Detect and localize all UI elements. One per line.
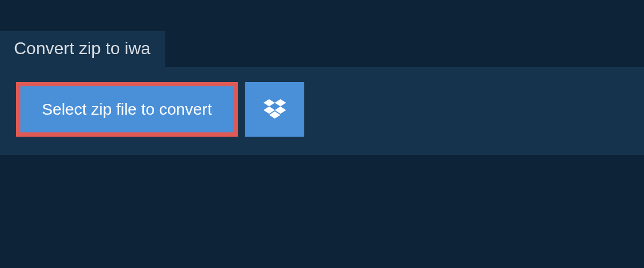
content-panel: Select zip file to convert [0, 67, 644, 155]
select-file-button[interactable]: Select zip file to convert [16, 82, 238, 137]
tab-title: Convert zip to iwa [14, 39, 150, 58]
select-file-label: Select zip file to convert [42, 101, 212, 117]
dropbox-icon [264, 99, 286, 120]
button-row: Select zip file to convert [16, 82, 628, 137]
conversion-tab[interactable]: Convert zip to iwa [0, 31, 165, 67]
dropbox-button[interactable] [245, 82, 304, 137]
